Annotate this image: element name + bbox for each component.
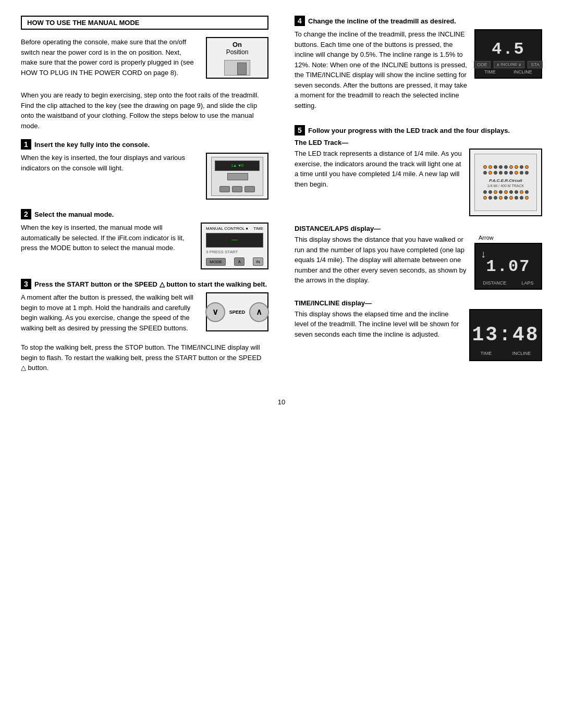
incline-time-label: TIME [484, 69, 496, 75]
step-2-content: When the key is inserted, the manual mod… [21, 223, 268, 269]
pacer-sub-label: 1/4 MI / 400 M TRACK [487, 184, 524, 188]
led-row-4 [483, 196, 529, 200]
step-5-number: 5 [295, 125, 305, 135]
led-1 [483, 165, 487, 169]
step-2-title-row: 2 Select the manual mode. [21, 209, 268, 219]
display-text: 1▲ ▼0 [231, 164, 243, 167]
time-incline-content: This display shows the elapsed time and … [295, 309, 542, 361]
step-3-content: A moment after the button is pressed, th… [21, 292, 268, 338]
manual-display-value: ── [231, 238, 238, 243]
manual-control-label: MANUAL CONTROL ● [206, 226, 248, 231]
led-30 [494, 196, 497, 200]
key-slot [227, 173, 248, 180]
led-5 [504, 165, 508, 169]
incline-down-arrow: ∨ [518, 62, 522, 67]
distance-number: 1.07 [486, 257, 531, 276]
incline-mode-btn: ODE [474, 61, 491, 68]
switch-diagram [224, 60, 250, 76]
distance-display-group: Arrow ↓ 1.07 DISTANCE LAPS [474, 235, 542, 290]
step-1-title-row: 1 Insert the key fully into the console. [21, 139, 268, 150]
incline-down-btn-diagram: ∧ [234, 257, 244, 266]
mini-btn-2 [232, 186, 242, 192]
step-1-block: 1 Insert the key fully into the console.… [21, 139, 268, 200]
speed-down-btn: ∨ [205, 302, 225, 322]
step-3-body: A moment after the button is pressed, th… [21, 292, 201, 333]
led-11 [488, 171, 492, 175]
step-3-title: Press the START button or the SPEED △ bu… [34, 280, 267, 288]
distance-title: DISTANCE/LAPS display— [295, 225, 542, 232]
step-2-block: 2 Select the manual mode. When the key i… [21, 209, 268, 269]
incline-sta-btn: STA [528, 61, 543, 68]
step-5-block: 5 Follow your progress with the LED trac… [295, 125, 542, 361]
led-track-diagram: P.A.C.E.R.Circuit 1/4 MI / 400 M TRACK [469, 149, 542, 216]
led-34 [515, 196, 518, 200]
manual-bottom: MODE ∧ IN [206, 257, 263, 266]
led-2 [488, 165, 492, 169]
step-1-number: 1 [21, 139, 31, 150]
led-23 [504, 190, 508, 194]
led-15 [509, 171, 513, 175]
console-buttons [215, 186, 260, 192]
console-display: 1▲ ▼0 [215, 161, 260, 171]
led-13 [499, 171, 503, 175]
page-number: 10 [21, 398, 542, 406]
time-incline-section: TIME/INCLINE display— This display shows… [295, 299, 542, 361]
step-5-title: Follow your progress with the LED track … [308, 127, 510, 134]
distance-label: DISTANCE [483, 280, 507, 286]
time-incline-dash: — [365, 299, 372, 307]
intro-paragraph-2: When you are ready to begin exercising, … [21, 90, 268, 131]
distance-labels: DISTANCE LAPS [475, 280, 541, 286]
incline-incline-label: INCLINE [513, 69, 532, 75]
led-track-content: The LED track represents a distance of 1… [295, 149, 542, 216]
step-1-title: Insert the key fully into the console. [34, 141, 150, 149]
time-number: 13:48 [472, 324, 539, 346]
led-3 [494, 165, 497, 169]
step-3-title-row: 3 Press the START button or the SPEED △ … [21, 279, 268, 289]
step-4-content: To change the incline of the treadmill, … [295, 29, 542, 116]
on-label: On [232, 41, 242, 48]
distance-title-text: DISTANCE/LAPS display [295, 225, 374, 232]
led-6 [509, 165, 513, 169]
step-4-block: 4 Change the incline of the treadmill as… [295, 16, 542, 116]
led-24 [509, 190, 513, 194]
led-32 [504, 196, 508, 200]
step-4-number: 4 [295, 16, 305, 26]
step-2-title: Select the manual mode. [34, 211, 114, 218]
incline-labels: TIME INCLINE [475, 69, 541, 75]
led-track-title: The LED Track— [295, 139, 542, 146]
time-right-label: INCLINE [512, 351, 531, 356]
intro-paragraph: Before operating the console, make sure … [21, 37, 199, 78]
laps-label: LAPS [521, 280, 533, 286]
led-17 [520, 171, 523, 175]
step-4-body: To change the incline of the treadmill, … [295, 29, 469, 110]
led-track-body: The LED track represents a distance of 1… [295, 149, 463, 189]
led-33 [509, 196, 513, 200]
speed-center-label: SPEED [229, 310, 246, 315]
led-19 [483, 190, 487, 194]
console-inner: 1▲ ▼0 [211, 157, 263, 196]
position-label: Position [226, 48, 249, 56]
led-22 [499, 190, 503, 194]
step-3-block: 3 Press the START button or the SPEED △ … [21, 279, 268, 373]
speed-btn-up-group: ∧ [249, 302, 269, 322]
led-track-section: The LED Track— The LED track represents … [295, 139, 542, 216]
ni-label: IN [253, 257, 263, 266]
on-position-diagram: On Position [206, 37, 268, 79]
speed-up-btn: ∧ [249, 302, 269, 322]
led-row-3 [483, 190, 529, 194]
arrow-label: Arrow [479, 235, 494, 241]
led-row-top [483, 165, 529, 169]
section-heading: HOW TO USE THE MANUAL MODE [21, 16, 268, 30]
step-2-body: When the key is inserted, the manual mod… [21, 223, 195, 253]
manual-display: ── [206, 233, 263, 248]
mini-btn-3 [244, 186, 255, 192]
manual-diagram: MANUAL CONTROL ● TIME ── 3 PRESS START M… [201, 223, 268, 269]
led-26 [520, 190, 523, 194]
mini-btn-1 [219, 186, 230, 192]
time-left-label: TIME [481, 351, 492, 356]
step-2-number: 2 [21, 209, 31, 219]
incline-up-arrow: ∧ [496, 62, 500, 67]
time-incline-title: TIME/INCLINE display— [295, 299, 542, 307]
distance-section: DISTANCE/LAPS display— This display show… [295, 225, 542, 291]
time-label-small: TIME [253, 226, 263, 231]
